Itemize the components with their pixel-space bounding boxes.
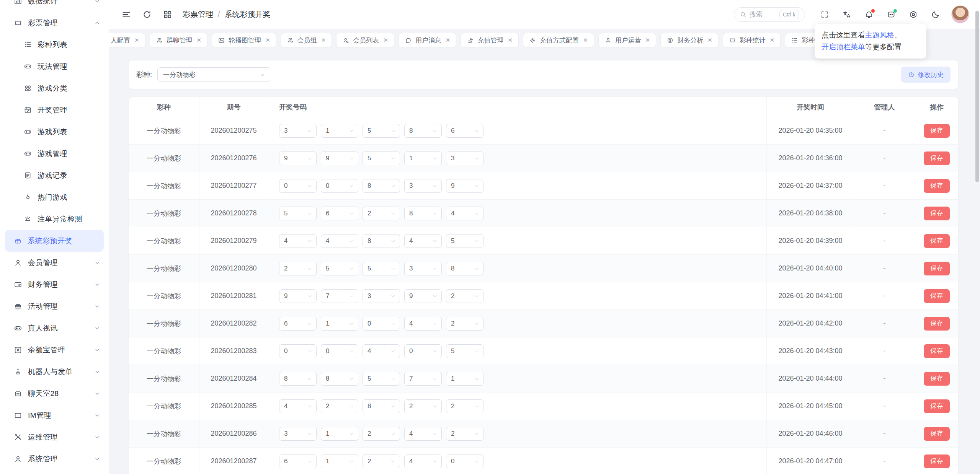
vertical-scrollbar[interactable] bbox=[975, 11, 979, 182]
dark-mode-button[interactable] bbox=[924, 7, 947, 22]
number-select-4[interactable]: 4 bbox=[404, 234, 442, 248]
close-icon[interactable] bbox=[134, 37, 139, 44]
number-select-1[interactable]: 0 bbox=[279, 179, 317, 193]
sidebar-item-game-category[interactable]: 游戏分类 bbox=[5, 77, 104, 99]
number-select-4[interactable]: 1 bbox=[404, 151, 442, 165]
sidebar-item-im-manage[interactable]: IM管理 bbox=[0, 404, 109, 426]
number-select-5[interactable]: 2 bbox=[446, 289, 483, 303]
sidebar-item-game-record[interactable]: 游戏记录 bbox=[5, 165, 104, 186]
lottery-select[interactable]: 一分动物彩 bbox=[157, 67, 270, 82]
number-select-2[interactable]: 0 bbox=[321, 344, 358, 358]
number-select-5[interactable]: 3 bbox=[446, 151, 483, 165]
tab-finance-analysis[interactable]: 财务分析 bbox=[660, 33, 719, 47]
tab-user-message[interactable]: 用户消息 bbox=[399, 33, 457, 47]
number-select-5[interactable]: 5 bbox=[446, 234, 483, 248]
user-avatar[interactable] bbox=[951, 5, 969, 23]
number-select-1[interactable]: 9 bbox=[279, 289, 317, 303]
number-select-2[interactable]: 1 bbox=[321, 427, 358, 441]
number-select-4[interactable]: 3 bbox=[404, 262, 442, 275]
tab-member-group[interactable]: 会员组 bbox=[281, 33, 332, 47]
number-select-4[interactable]: 8 bbox=[404, 207, 442, 220]
number-select-2[interactable]: 9 bbox=[321, 151, 358, 165]
sidebar-item-game-manage[interactable]: 游戏管理 bbox=[5, 143, 104, 165]
number-select-1[interactable]: 8 bbox=[279, 372, 317, 386]
number-select-2[interactable]: 1 bbox=[321, 124, 358, 138]
number-select-1[interactable]: 5 bbox=[279, 207, 317, 220]
close-icon[interactable] bbox=[583, 37, 588, 44]
sidebar-item-draw-manage[interactable]: 开奖管理 bbox=[5, 99, 104, 121]
number-select-1[interactable]: 9 bbox=[279, 151, 317, 165]
theme-style-link[interactable]: 主题风格 bbox=[865, 31, 894, 39]
close-icon[interactable] bbox=[508, 37, 513, 44]
sidebar-item-activity-manage[interactable]: 活动管理 bbox=[0, 295, 109, 317]
number-select-3[interactable]: 3 bbox=[363, 289, 400, 303]
sidebar-item-robot-dispatch[interactable]: 机器人与发单 bbox=[0, 361, 109, 383]
settings-button[interactable] bbox=[902, 7, 924, 22]
tab-member-list[interactable]: 会员列表 bbox=[336, 33, 394, 47]
number-select-1[interactable]: 4 bbox=[279, 399, 317, 413]
sidebar-item-lottery-list[interactable]: 彩种列表 bbox=[5, 34, 104, 55]
save-button[interactable]: 保存 bbox=[924, 289, 950, 303]
sidebar-item-lottery-manage[interactable]: 彩票管理 bbox=[0, 12, 109, 34]
menu-collapse-icon[interactable] bbox=[121, 10, 131, 20]
close-icon[interactable] bbox=[265, 37, 270, 44]
sidebar-item-system-manage[interactable]: 系统管理 bbox=[0, 448, 109, 470]
number-select-1[interactable]: 2 bbox=[279, 262, 317, 275]
number-select-5[interactable]: 2 bbox=[446, 427, 483, 441]
save-button[interactable]: 保存 bbox=[924, 234, 950, 248]
global-search[interactable]: Ctrl k bbox=[734, 7, 805, 22]
number-select-5[interactable]: 8 bbox=[446, 262, 483, 275]
number-select-5[interactable]: 9 bbox=[446, 179, 483, 193]
save-button[interactable]: 保存 bbox=[924, 179, 950, 193]
topbar-menu-link[interactable]: 开启顶栏菜单 bbox=[822, 43, 865, 51]
number-select-4[interactable]: 7 bbox=[404, 372, 442, 386]
sidebar-item-game-list[interactable]: 游戏列表 bbox=[5, 121, 104, 143]
number-select-3[interactable]: 0 bbox=[363, 317, 400, 331]
number-select-4[interactable]: 4 bbox=[404, 427, 442, 441]
number-select-3[interactable]: 8 bbox=[363, 399, 400, 413]
save-button[interactable]: 保存 bbox=[924, 372, 950, 386]
number-select-5[interactable]: 4 bbox=[446, 207, 483, 220]
close-icon[interactable] bbox=[383, 37, 388, 44]
close-icon[interactable] bbox=[770, 37, 775, 44]
sidebar-item-ops-manage[interactable]: 运维管理 bbox=[0, 426, 109, 448]
save-button[interactable]: 保存 bbox=[924, 399, 950, 413]
tab-group-chat[interactable]: 群聊管理 bbox=[150, 33, 208, 47]
history-button[interactable]: 修改历史 bbox=[901, 67, 951, 83]
save-button[interactable]: 保存 bbox=[924, 124, 950, 138]
number-select-5[interactable]: 1 bbox=[446, 372, 483, 386]
close-icon[interactable] bbox=[446, 37, 451, 44]
tab-robot-config[interactable]: 人配置 bbox=[109, 33, 145, 47]
number-select-3[interactable]: 8 bbox=[363, 179, 400, 193]
number-select-5[interactable]: 6 bbox=[446, 124, 483, 138]
number-select-3[interactable]: 4 bbox=[363, 344, 400, 358]
number-select-3[interactable]: 5 bbox=[363, 124, 400, 138]
number-select-4[interactable]: 0 bbox=[404, 344, 442, 358]
number-select-4[interactable]: 8 bbox=[404, 124, 442, 138]
save-button[interactable]: 保存 bbox=[924, 427, 950, 441]
breadcrumb-parent[interactable]: 彩票管理 bbox=[183, 9, 213, 20]
number-select-5[interactable]: 0 bbox=[446, 454, 483, 468]
tab-carousel-manage[interactable]: 轮播图管理 bbox=[212, 33, 276, 47]
sidebar-item-data-stats[interactable]: 数据统计 bbox=[0, 0, 109, 12]
save-button[interactable]: 保存 bbox=[924, 454, 950, 468]
save-button[interactable]: 保存 bbox=[924, 262, 950, 275]
number-select-3[interactable]: 2 bbox=[363, 454, 400, 468]
language-button[interactable] bbox=[836, 7, 858, 22]
sidebar-item-hot-games[interactable]: 热门游戏 bbox=[5, 186, 104, 208]
notifications-button[interactable] bbox=[858, 7, 880, 22]
number-select-2[interactable]: 4 bbox=[321, 234, 358, 248]
tab-user-operation[interactable]: 用户运营 bbox=[598, 33, 657, 47]
number-select-1[interactable]: 3 bbox=[279, 427, 317, 441]
number-select-2[interactable]: 1 bbox=[321, 454, 358, 468]
sidebar-item-member-manage[interactable]: 会员管理 bbox=[0, 252, 109, 274]
close-icon[interactable] bbox=[645, 37, 650, 44]
number-select-4[interactable]: 4 bbox=[404, 454, 442, 468]
search-input[interactable] bbox=[750, 11, 776, 18]
close-icon[interactable] bbox=[321, 37, 326, 44]
number-select-3[interactable]: 5 bbox=[363, 151, 400, 165]
number-select-4[interactable]: 3 bbox=[404, 179, 442, 193]
number-select-5[interactable]: 2 bbox=[446, 317, 483, 331]
chat-assistant-button[interactable] bbox=[880, 7, 902, 22]
save-button[interactable]: 保存 bbox=[924, 344, 950, 358]
